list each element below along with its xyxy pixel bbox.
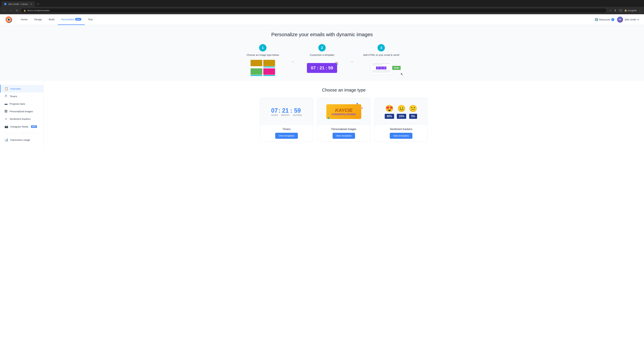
email-mock-timer: 07 : 21 : 59 (376, 66, 386, 69)
nav-personalize[interactable]: Personalize New (58, 14, 85, 25)
tab-favicon: L (4, 3, 7, 5)
sidebar-item-timers[interactable]: ⏱ Timers (0, 92, 44, 100)
sidebar-item-sentiment-trackers[interactable]: ☺ Sentiment trackers (0, 115, 44, 123)
sidebar-label-sentiment: Sentiment trackers (10, 117, 30, 120)
instagram-icon: 📷 (4, 125, 8, 128)
bookmark-button[interactable]: ☆ (608, 8, 612, 13)
color-blocks (250, 60, 275, 76)
nav-build[interactable]: Build (46, 14, 58, 25)
personalized-banner: KAYCIE CONGRATULATIONS! (326, 104, 362, 119)
step-1-number: 1 (259, 44, 266, 51)
hero-title: Personalize your emails with dynamic ima… (5, 32, 639, 37)
countdown-dots (336, 62, 338, 64)
step-2: 2 Customize a template 07 : 21 : 59 (297, 44, 347, 75)
step-3-number: 3 (378, 44, 385, 51)
sidebar-label-overview: Overview (10, 87, 21, 90)
user-initials: JS (619, 18, 621, 21)
browser-toolbar: ← → ✕ 🔒 litmus.com/personalize ☆ ⬇ ⬛ 🕵 I… (0, 7, 644, 14)
email-mock: 07 : 21 : 59 SEND ↖ (370, 61, 392, 75)
sentiment-love: 😍 80% (385, 105, 394, 119)
personalized-view-button[interactable]: View templates (332, 133, 355, 139)
sidebar-label-personalized: Personalized images (10, 110, 33, 113)
incognito-icon: 🕵 (624, 9, 627, 12)
card-sentiment-name: Sentiment trackers (390, 128, 412, 131)
step-1-description: Choose an image type below (246, 53, 279, 56)
info-icon: ℹ️ (595, 18, 598, 21)
resources-button[interactable]: ℹ️ Resources 1 (595, 18, 614, 21)
sidebar-item-impression-usage[interactable]: 📊 Impression usage (0, 136, 44, 144)
steps-row: 1 Choose an image type below (230, 44, 414, 75)
hours-number: 07 (271, 107, 278, 114)
card-personalized-name: Personalized images (332, 128, 356, 131)
sidebar-item-overview[interactable]: 📋 Overview (0, 85, 44, 92)
timers-view-button[interactable]: View templates (275, 133, 298, 139)
nav-test[interactable]: Test (85, 14, 96, 25)
tab-close-button[interactable]: ✕ (30, 3, 32, 5)
love-bar: 80% (385, 114, 394, 119)
body-wrapper: Personalize your emails with dynamic ima… (0, 25, 644, 148)
love-emoji: 😍 (385, 105, 394, 112)
top-nav: Home Design Build Personalize New Test ℹ… (0, 14, 644, 25)
email-line-1 (372, 63, 390, 64)
nav-design[interactable]: Design (31, 14, 46, 25)
timers-icon: ⏱ (4, 94, 8, 98)
incognito-button[interactable]: 🕵 Incognito (624, 9, 636, 12)
sentiment-display: 😍 80% 😐 15% 😕 (385, 105, 417, 119)
card-timers-image: 07 HOURS : 21 MINUTES : (260, 98, 313, 125)
personalize-new-badge: New (75, 18, 81, 21)
email-line-4 (372, 71, 390, 72)
nav-links: Home Design Build Personalize New Test (18, 14, 595, 25)
new-tab-button[interactable]: + (36, 2, 40, 6)
active-tab[interactable]: L John Smith > Litmus ✕ (1, 1, 35, 7)
overview-icon: 📋 (4, 87, 8, 90)
forward-button[interactable]: → (8, 8, 13, 13)
arrow-2-3: → (347, 59, 356, 64)
main-content: Choose an image type 07 HOURS (44, 81, 644, 148)
reload-button[interactable]: ✕ (15, 8, 19, 13)
address-bar[interactable]: 🔒 litmus.com/personalize (21, 8, 607, 13)
choose-title: Choose an image type (52, 87, 636, 93)
banner-name: KAYCIE (332, 108, 356, 113)
dot-1 (336, 62, 336, 63)
sad-emoji: 😕 (409, 105, 417, 112)
card-timers: 07 HOURS : 21 MINUTES : (260, 98, 313, 142)
logo[interactable] (5, 16, 12, 23)
extension-button[interactable]: ⬛ (618, 8, 623, 13)
progress-icon: ▬ (4, 102, 8, 106)
send-button-mock: SEND (392, 66, 401, 70)
neutral-bar: 15% (397, 114, 406, 119)
impression-icon: 📊 (4, 138, 8, 142)
sentiment-sad: 😕 5% (409, 105, 417, 119)
sidebar-item-personalized-images[interactable]: 🖼 Personalized images (0, 108, 44, 115)
sidebar-label-instagram: Instagram feeds (10, 125, 28, 128)
neutral-emoji: 😐 (397, 105, 406, 112)
download-button[interactable]: ⬇ (614, 8, 617, 13)
sentiment-view-button[interactable]: View templates (390, 133, 412, 139)
user-menu[interactable]: JS John Smith ▾ (617, 16, 639, 23)
minutes-number: 21 (282, 107, 289, 114)
instagram-new-badge: NEW (31, 125, 37, 128)
step-3-description: Add HTML to your email & send! (363, 53, 399, 56)
nav-home[interactable]: Home (18, 14, 31, 25)
sidebar-item-progress-bars[interactable]: ▬ Progress bars (0, 100, 44, 108)
personalized-icon: 🖼 (4, 110, 8, 113)
back-button[interactable]: ← (2, 8, 7, 13)
step-2-visual: 07 : 21 : 59 (307, 60, 337, 75)
step-3: 3 Add HTML to your email & send! 07 : 21… (356, 44, 406, 75)
sidebar-item-instagram-feeds[interactable]: 📷 Instagram feeds NEW (0, 123, 44, 130)
block-pink-wrap (263, 68, 275, 76)
card-personalized-footer: Personalized images View templates (317, 125, 370, 141)
user-avatar: JS (617, 16, 623, 23)
menu-button[interactable]: ⋮ (638, 8, 642, 13)
card-timers-footer: Timers View templates (260, 125, 313, 141)
block-gold (250, 60, 262, 66)
cards-grid: 07 HOURS : 21 MINUTES : (260, 98, 428, 142)
incognito-label: Incognito (628, 9, 636, 12)
seconds-label: SECONDS (293, 114, 302, 116)
sad-bar: 5% (409, 114, 417, 119)
dot-blue-top (356, 103, 358, 104)
sentiment-neutral: 😐 15% (397, 105, 406, 119)
card-sentiment-image: 😍 80% 😐 15% 😕 (375, 98, 428, 125)
color-row-1 (250, 60, 275, 67)
step-2-number: 2 (318, 44, 326, 51)
